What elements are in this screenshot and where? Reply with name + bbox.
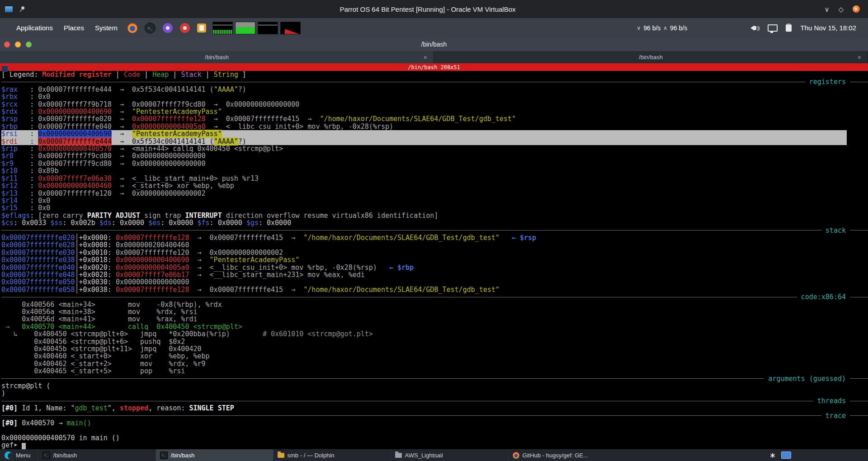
- terminal-icon: >_: [42, 452, 50, 459]
- cpu-graph-icon: [212, 22, 233, 34]
- network-speed-applet: ∨ 96 b/s ∧ 96 b/s: [637, 24, 687, 32]
- terminal-line: strcmp@plt (: [1, 382, 868, 390]
- terminal-line: ): [1, 390, 868, 397]
- section-separator-threads: threads: [1, 397, 868, 405]
- close-button[interactable]: ✕: [853, 5, 860, 13]
- taskbar: Menu >_ /bin/bash >_ /bin/bash smb - / —…: [0, 449, 868, 461]
- task-button-bash-1[interactable]: >_ /bin/bash: [38, 449, 156, 461]
- network-graph-icon: [280, 22, 301, 34]
- section-title: arguments (guessed): [764, 375, 850, 382]
- system-monitor-applet: [212, 22, 301, 34]
- pin-icon: [17, 5, 26, 14]
- terminal-launcher-icon[interactable]: >_: [145, 23, 156, 33]
- terminal-line: $rcx : 0x00007ffff7f9b718 → 0x00007ffff7…: [1, 101, 868, 108]
- terminal-output[interactable]: [ Legend: Modified register | Code | Hea…: [0, 71, 868, 449]
- vm-app-icon: [5, 6, 13, 13]
- file-manager-launcher-icon[interactable]: [197, 24, 206, 33]
- terminal-line: 0x400460 <_start+0> xor %ebp, %ebp: [1, 353, 868, 360]
- task-button-label: /bin/bash: [53, 452, 77, 459]
- terminal-line: $r12 : 0x0000000000400460 → <_start+0> x…: [1, 182, 868, 189]
- maximize-icon[interactable]: ◇: [838, 6, 844, 13]
- terminal-line: $rdi : 0x00007fffffffe444 → 0x5f534c0041…: [1, 138, 847, 145]
- terminal-line: 0x00007fffffffe028│+0x0008: 0x0000000200…: [1, 241, 868, 249]
- terminal-line: [#0] 0x400570 → main(): [1, 419, 868, 427]
- terminal-line: $rsi : 0x0000000000400690 → "PentesterAc…: [1, 130, 847, 137]
- terminal-line: → 0x400570 <main+44> callq 0x400450 <str…: [1, 323, 868, 330]
- virtualbox-window: Parrot OS 64 Bit Pentest [Running] - Ora…: [0, 0, 868, 461]
- terminal-line: $r14 : 0x0: [1, 197, 868, 204]
- terminal-line: 0x400465 <_start+5> pop %rsi: [1, 367, 868, 375]
- section-separator-code-x86-64: code:x86:64: [1, 293, 868, 301]
- terminal-line: $rsp : 0x00007fffffffe020 → 0x00007fffff…: [1, 115, 868, 122]
- folder-icon: [395, 453, 402, 458]
- terminal-line: ↳ 0x400450 <strcmp@plt+0> jmpq *0x200bba…: [1, 330, 868, 338]
- terminal-line: 0x00007fffffffe030│+0x0010: 0x00007fffff…: [1, 249, 868, 256]
- task-button-label: /bin/bash: [171, 452, 195, 459]
- terminal-line: $r10 : 0x89b: [1, 167, 868, 174]
- task-button-github-gef[interactable]: GitHub - hugsy/gef: GE...: [508, 449, 626, 461]
- terminal-line: $eflags: [zero carry PARITY ADJUST sign …: [1, 212, 868, 219]
- tab-bash-2[interactable]: /bin/bash ×: [434, 51, 868, 63]
- volume-icon[interactable]: )): [750, 25, 759, 31]
- terminal-cursor: [22, 443, 26, 449]
- terminal-line: $rbp : 0x00007fffffffe040 → 0x0000000000…: [1, 123, 868, 130]
- vbox-titlebar-icons: [0, 6, 59, 13]
- resize-banner: /bin/bash 208x51: [0, 63, 868, 71]
- tab-label: /bin/bash: [205, 54, 229, 61]
- folder-icon: [278, 453, 284, 458]
- task-button-aws-lightsail[interactable]: AWS_Lightsail: [391, 449, 508, 461]
- terminal-line: 0x40045b <strcmp@plt+11> jmpq 0x400420: [1, 345, 868, 353]
- quick-launchers: >_: [127, 23, 206, 33]
- task-button-label: GitHub - hugsy/gef: GE...: [523, 452, 588, 459]
- tray-asterisk-icon[interactable]: ∗: [769, 452, 776, 459]
- terminal-line: $r9 : 0x00007ffff7f9cd80 → 0x00000000000…: [1, 160, 868, 167]
- task-button-dolphin[interactable]: smb - / — Dolphin: [273, 449, 391, 461]
- terminal-line: 0x00007fffffffe020│+0x0000: 0x00007fffff…: [1, 234, 868, 241]
- pentest-launcher-icon[interactable]: [180, 23, 190, 33]
- terminal-line: 0x0000000000400570 in main (): [1, 434, 868, 442]
- mini-window-icon: [2, 64, 8, 72]
- menu-applications[interactable]: Applications: [16, 24, 53, 32]
- section-separator-registers: registers: [1, 78, 868, 85]
- terminal-line: $rbx : 0x0: [1, 93, 868, 100]
- terminal-line: $rip : 0x0000000000400570 → <main+44> ca…: [1, 145, 868, 152]
- section-separator-arguments-guessed-: arguments (guessed): [1, 375, 868, 382]
- clipboard-icon[interactable]: [786, 24, 792, 32]
- firefox-launcher-icon[interactable]: [127, 23, 137, 33]
- display-icon[interactable]: [768, 24, 778, 32]
- gef-prompt-line: gef➤: [1, 442, 868, 449]
- vbox-window-title: Parrot OS 64 Bit Pentest [Running] - Ora…: [59, 5, 797, 13]
- terminal-line: $cs: 0x0033 $ss: 0x002b $ds: 0x0000 $es:…: [1, 219, 868, 226]
- minimize-icon[interactable]: ∨: [824, 6, 829, 13]
- taskbar-menu-button[interactable]: Menu: [0, 449, 38, 461]
- terminal-line: 0x00007fffffffe058│+0x0038: 0x00007fffff…: [1, 286, 868, 293]
- terminal-icon: >_: [160, 452, 168, 459]
- terminal-line: 0x40056a <main+38> mov %rdx, %rsi: [1, 308, 868, 315]
- task-button-bash-2[interactable]: >_ /bin/bash: [156, 449, 273, 461]
- terminal-line: 0x00007fffffffe048│+0x0028: 0x00007ffff7…: [1, 271, 868, 278]
- terminal-line: $rax : 0x00007fffffffe444 → 0x5f534c0041…: [1, 86, 868, 93]
- upload-speed: 96 b/s: [670, 24, 687, 32]
- download-arrow-icon: ∨: [637, 25, 641, 31]
- tab-bash-1[interactable]: /bin/bash ×: [0, 51, 434, 63]
- upload-arrow-icon: ∧: [663, 25, 667, 31]
- status-icons: )): [750, 24, 791, 32]
- tray-keyboard-icon[interactable]: [781, 452, 791, 459]
- clock[interactable]: Thu Nov 15, 18:02: [801, 24, 856, 32]
- terminal-line: $rdx : 0x0000000000400690 → "PentesterAc…: [1, 108, 868, 115]
- terminal-line: [1, 427, 868, 434]
- tab-close-icon[interactable]: ×: [858, 54, 861, 61]
- anon-surf-launcher-icon[interactable]: [163, 23, 173, 33]
- vbox-titlebar: Parrot OS 64 Bit Pentest [Running] - Ora…: [0, 0, 868, 18]
- top-menubar: Applications Places System >_ ∨ 96 b/s ∧…: [0, 18, 868, 38]
- section-separator-stack: stack: [1, 227, 868, 234]
- section-title: stack: [821, 227, 850, 234]
- section-title: trace: [821, 412, 850, 419]
- menu-places[interactable]: Places: [64, 24, 84, 32]
- menu-system[interactable]: System: [95, 24, 118, 32]
- menu-button-label: Menu: [16, 452, 31, 459]
- terminal-titlebar: /bin/bash: [0, 38, 868, 51]
- task-button-label: smb - / — Dolphin: [288, 452, 335, 459]
- swap-graph-icon: [258, 22, 278, 34]
- tab-close-icon[interactable]: ×: [424, 54, 427, 61]
